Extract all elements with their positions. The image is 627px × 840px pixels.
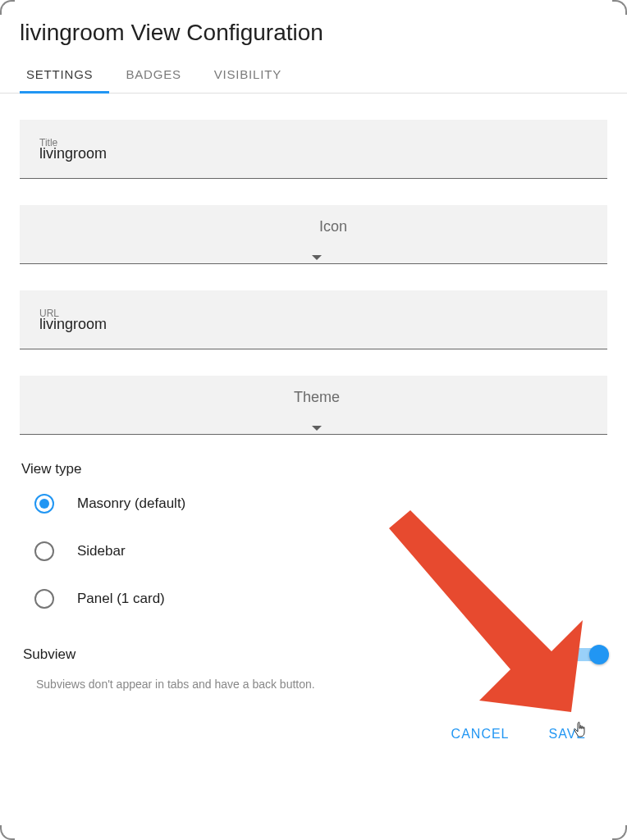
view-type-label: View type <box>20 461 607 477</box>
tab-badges[interactable]: BADGES <box>109 56 197 93</box>
subview-helper-text: Subviews don't appear in tabs and have a… <box>20 678 607 691</box>
save-button[interactable]: SAVE <box>546 720 590 748</box>
cancel-button[interactable]: CANCEL <box>448 720 513 748</box>
radio-option-panel[interactable]: Panel (1 card) <box>34 589 607 609</box>
radio-label: Panel (1 card) <box>77 591 165 607</box>
tab-visibility[interactable]: VISIBILITY <box>198 56 298 93</box>
title-field[interactable]: Title <box>20 120 607 179</box>
dialog-tabs: SETTINGS BADGES VISIBILITY <box>0 56 627 94</box>
dialog-actions: CANCEL SAVE <box>0 720 627 765</box>
subview-row: Subview <box>20 645 607 664</box>
corner-decoration <box>0 825 15 840</box>
radio-label: Masonry (default) <box>77 495 185 512</box>
subview-toggle[interactable] <box>571 648 604 661</box>
radio-icon <box>34 541 54 561</box>
icon-field[interactable]: Icon <box>20 205 607 264</box>
radio-label: Sidebar <box>77 543 126 559</box>
subview-label: Subview <box>23 646 76 663</box>
dialog-title: livingroom View Configuration <box>0 0 627 56</box>
icon-field-label: Icon <box>286 218 347 235</box>
tab-settings[interactable]: SETTINGS <box>20 56 109 93</box>
title-input[interactable] <box>39 145 594 162</box>
corner-decoration <box>612 825 627 840</box>
radio-icon <box>34 589 54 609</box>
view-type-radio-group: Masonry (default) Sidebar Panel (1 card) <box>20 494 607 609</box>
theme-field-label: Theme <box>294 389 340 406</box>
dropdown-icon <box>312 419 322 434</box>
form-body: Title Icon URL Theme View type <box>0 94 627 691</box>
url-input[interactable] <box>39 316 594 333</box>
url-field[interactable]: URL <box>20 290 607 349</box>
radio-option-sidebar[interactable]: Sidebar <box>34 541 607 561</box>
radio-option-masonry[interactable]: Masonry (default) <box>34 494 607 514</box>
radio-icon <box>34 494 54 514</box>
theme-field[interactable]: Theme <box>20 376 607 435</box>
dropdown-icon <box>312 249 322 263</box>
view-configuration-dialog: livingroom View Configuration SETTINGS B… <box>0 0 627 840</box>
toggle-thumb <box>589 645 609 664</box>
